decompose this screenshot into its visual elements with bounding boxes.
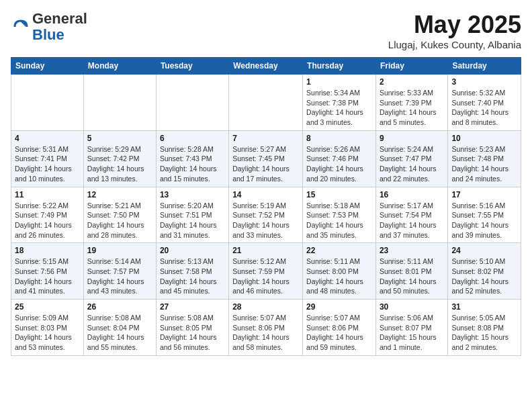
- calendar-cell: 9Sunrise: 5:24 AM Sunset: 7:47 PM Daylig…: [375, 130, 447, 187]
- calendar-cell: 1Sunrise: 5:34 AM Sunset: 7:38 PM Daylig…: [303, 75, 376, 131]
- day-detail: Sunrise: 5:09 AM Sunset: 8:03 PM Dayligh…: [15, 313, 80, 353]
- day-number: 17: [451, 190, 517, 199]
- day-number: 23: [380, 246, 444, 255]
- calendar-cell: 29Sunrise: 5:07 AM Sunset: 8:06 PM Dayli…: [303, 300, 376, 356]
- calendar-cell: 15Sunrise: 5:18 AM Sunset: 7:53 PM Dayli…: [303, 187, 376, 243]
- day-detail: Sunrise: 5:24 AM Sunset: 7:47 PM Dayligh…: [380, 144, 444, 184]
- day-number: 2: [380, 77, 444, 87]
- day-number: 25: [15, 302, 80, 312]
- calendar-cell: 4Sunrise: 5:31 AM Sunset: 7:41 PM Daylig…: [11, 130, 84, 187]
- day-detail: Sunrise: 5:19 AM Sunset: 7:52 PM Dayligh…: [232, 201, 299, 240]
- day-detail: Sunrise: 5:11 AM Sunset: 8:00 PM Dayligh…: [306, 257, 372, 296]
- day-detail: Sunrise: 5:28 AM Sunset: 7:43 PM Dayligh…: [160, 144, 225, 184]
- day-number: 26: [87, 302, 152, 312]
- weekday-header: Friday: [375, 58, 447, 75]
- day-detail: Sunrise: 5:10 AM Sunset: 8:02 PM Dayligh…: [451, 257, 517, 296]
- day-detail: Sunrise: 5:33 AM Sunset: 7:39 PM Dayligh…: [380, 88, 444, 128]
- day-number: 5: [87, 134, 152, 143]
- day-number: 13: [160, 190, 225, 199]
- calendar-week-row: 1Sunrise: 5:34 AM Sunset: 7:38 PM Daylig…: [11, 75, 521, 131]
- day-detail: Sunrise: 5:20 AM Sunset: 7:51 PM Dayligh…: [160, 201, 225, 240]
- day-detail: Sunrise: 5:23 AM Sunset: 7:48 PM Dayligh…: [451, 144, 517, 184]
- day-detail: Sunrise: 5:29 AM Sunset: 7:42 PM Dayligh…: [87, 144, 152, 184]
- logo: General Blue: [11, 11, 87, 43]
- day-number: 14: [232, 190, 299, 199]
- day-detail: Sunrise: 5:18 AM Sunset: 7:53 PM Dayligh…: [306, 201, 372, 240]
- calendar-week-row: 4Sunrise: 5:31 AM Sunset: 7:41 PM Daylig…: [11, 130, 521, 187]
- calendar-cell: [83, 75, 156, 131]
- day-number: 6: [160, 134, 225, 143]
- calendar-cell: 21Sunrise: 5:12 AM Sunset: 7:59 PM Dayli…: [229, 243, 303, 300]
- weekday-header: Tuesday: [156, 58, 228, 75]
- day-number: 31: [451, 302, 517, 312]
- logo-blue-text: Blue: [32, 26, 64, 43]
- logo-general-text: General: [32, 10, 87, 27]
- day-number: 4: [15, 134, 80, 143]
- day-detail: Sunrise: 5:32 AM Sunset: 7:40 PM Dayligh…: [451, 88, 517, 128]
- day-number: 22: [306, 246, 372, 255]
- calendar-cell: 3Sunrise: 5:32 AM Sunset: 7:40 PM Daylig…: [448, 75, 521, 131]
- day-number: 7: [232, 134, 299, 143]
- title-block: May 2025 Llugaj, Kukes County, Albania: [388, 11, 521, 50]
- day-detail: Sunrise: 5:34 AM Sunset: 7:38 PM Dayligh…: [306, 88, 372, 128]
- calendar-cell: 7Sunrise: 5:27 AM Sunset: 7:45 PM Daylig…: [229, 130, 303, 187]
- day-detail: Sunrise: 5:15 AM Sunset: 7:56 PM Dayligh…: [15, 257, 80, 296]
- calendar-cell: 14Sunrise: 5:19 AM Sunset: 7:52 PM Dayli…: [229, 187, 303, 243]
- day-detail: Sunrise: 5:13 AM Sunset: 7:58 PM Dayligh…: [160, 257, 225, 296]
- day-number: 18: [15, 246, 80, 255]
- day-number: 10: [451, 134, 517, 143]
- calendar-table: SundayMondayTuesdayWednesdayThursdayFrid…: [11, 57, 521, 356]
- logo-icon: [11, 17, 31, 37]
- calendar-cell: 26Sunrise: 5:08 AM Sunset: 8:04 PM Dayli…: [83, 300, 156, 356]
- calendar-cell: 12Sunrise: 5:21 AM Sunset: 7:50 PM Dayli…: [83, 187, 156, 243]
- calendar-cell: 22Sunrise: 5:11 AM Sunset: 8:00 PM Dayli…: [303, 243, 376, 300]
- day-detail: Sunrise: 5:21 AM Sunset: 7:50 PM Dayligh…: [87, 201, 152, 240]
- calendar-cell: 19Sunrise: 5:14 AM Sunset: 7:57 PM Dayli…: [83, 243, 156, 300]
- calendar-cell: 24Sunrise: 5:10 AM Sunset: 8:02 PM Dayli…: [448, 243, 521, 300]
- day-number: 21: [232, 246, 299, 255]
- calendar-cell: 18Sunrise: 5:15 AM Sunset: 7:56 PM Dayli…: [11, 243, 84, 300]
- day-number: 19: [87, 246, 152, 255]
- weekday-header: Thursday: [303, 58, 376, 75]
- calendar-cell: 25Sunrise: 5:09 AM Sunset: 8:03 PM Dayli…: [11, 300, 84, 356]
- calendar-cell: 8Sunrise: 5:26 AM Sunset: 7:46 PM Daylig…: [303, 130, 376, 187]
- day-detail: Sunrise: 5:26 AM Sunset: 7:46 PM Dayligh…: [306, 144, 372, 184]
- day-number: 1: [306, 77, 372, 87]
- calendar-cell: 5Sunrise: 5:29 AM Sunset: 7:42 PM Daylig…: [83, 130, 156, 187]
- calendar-cell: 27Sunrise: 5:08 AM Sunset: 8:05 PM Dayli…: [156, 300, 228, 356]
- calendar-cell: 6Sunrise: 5:28 AM Sunset: 7:43 PM Daylig…: [156, 130, 228, 187]
- calendar-cell: 2Sunrise: 5:33 AM Sunset: 7:39 PM Daylig…: [375, 75, 447, 131]
- day-number: 12: [87, 190, 152, 199]
- calendar-cell: [11, 75, 84, 131]
- day-detail: Sunrise: 5:07 AM Sunset: 8:06 PM Dayligh…: [306, 313, 372, 353]
- weekday-header: Wednesday: [229, 58, 303, 75]
- calendar-cell: 30Sunrise: 5:06 AM Sunset: 8:07 PM Dayli…: [375, 300, 447, 356]
- day-detail: Sunrise: 5:27 AM Sunset: 7:45 PM Dayligh…: [232, 144, 299, 184]
- day-detail: Sunrise: 5:31 AM Sunset: 7:41 PM Dayligh…: [15, 144, 80, 184]
- calendar-week-row: 25Sunrise: 5:09 AM Sunset: 8:03 PM Dayli…: [11, 300, 521, 356]
- day-detail: Sunrise: 5:11 AM Sunset: 8:01 PM Dayligh…: [380, 257, 444, 296]
- day-number: 15: [306, 190, 372, 199]
- calendar-cell: 11Sunrise: 5:22 AM Sunset: 7:49 PM Dayli…: [11, 187, 84, 243]
- day-detail: Sunrise: 5:14 AM Sunset: 7:57 PM Dayligh…: [87, 257, 152, 296]
- page-header: General Blue May 2025 Llugaj, Kukes Coun…: [11, 11, 521, 50]
- calendar-cell: [156, 75, 228, 131]
- calendar-cell: 31Sunrise: 5:05 AM Sunset: 8:08 PM Dayli…: [448, 300, 521, 356]
- calendar-cell: [229, 75, 303, 131]
- weekday-header: Sunday: [11, 58, 84, 75]
- day-number: 27: [160, 302, 225, 312]
- weekday-header-row: SundayMondayTuesdayWednesdayThursdayFrid…: [11, 58, 521, 75]
- day-number: 8: [306, 134, 372, 143]
- day-number: 28: [232, 302, 299, 312]
- day-number: 3: [451, 77, 517, 87]
- day-detail: Sunrise: 5:16 AM Sunset: 7:55 PM Dayligh…: [451, 201, 517, 240]
- calendar-week-row: 11Sunrise: 5:22 AM Sunset: 7:49 PM Dayli…: [11, 187, 521, 243]
- day-detail: Sunrise: 5:07 AM Sunset: 8:06 PM Dayligh…: [232, 313, 299, 353]
- day-detail: Sunrise: 5:08 AM Sunset: 8:05 PM Dayligh…: [160, 313, 225, 353]
- day-number: 30: [380, 302, 444, 312]
- day-number: 29: [306, 302, 372, 312]
- day-number: 9: [380, 134, 444, 143]
- calendar-cell: 13Sunrise: 5:20 AM Sunset: 7:51 PM Dayli…: [156, 187, 228, 243]
- calendar-cell: 28Sunrise: 5:07 AM Sunset: 8:06 PM Dayli…: [229, 300, 303, 356]
- calendar-week-row: 18Sunrise: 5:15 AM Sunset: 7:56 PM Dayli…: [11, 243, 521, 300]
